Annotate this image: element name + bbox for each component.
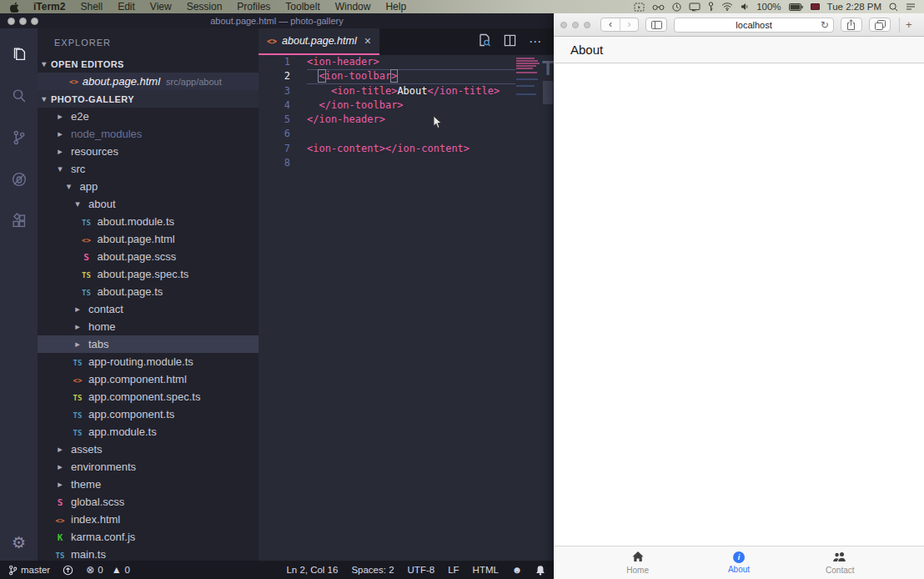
menu-help[interactable]: Help	[378, 0, 414, 13]
zoom-window-button[interactable]	[31, 18, 38, 25]
code-line-6[interactable]: 6	[259, 127, 554, 141]
code-line-1[interactable]: 1<ion-header>	[259, 55, 554, 69]
git-branch-indicator[interactable]: master	[8, 565, 50, 576]
glasses-icon[interactable]	[652, 3, 665, 11]
vscode-title-bar[interactable]: about.page.html — photo-gallery	[0, 13, 554, 28]
explorer-icon[interactable]	[0, 33, 38, 75]
close-window-button[interactable]	[8, 18, 15, 25]
apple-menu-icon[interactable]	[5, 2, 26, 13]
wifi-icon[interactable]	[721, 3, 733, 11]
notifications-bell-icon[interactable]	[535, 565, 545, 576]
sidebar-toggle-button[interactable]	[645, 18, 667, 32]
menu-toolbelt[interactable]: Toolbelt	[278, 0, 327, 13]
menu-bar-clock[interactable]: Tue 2:28 PM	[827, 2, 881, 12]
eol-indicator[interactable]: LF	[448, 565, 459, 575]
key-icon[interactable]	[708, 2, 714, 12]
minimize-window-button[interactable]	[572, 22, 579, 28]
menu-profiles[interactable]: Profiles	[229, 0, 278, 13]
indentation-indicator[interactable]: Spaces: 2	[351, 565, 394, 575]
split-editor-icon[interactable]	[504, 34, 516, 50]
tab-about-page-html[interactable]: <> about.page.html ×	[259, 28, 379, 55]
tree-item-about-page-ts[interactable]: TSabout.page.ts	[38, 283, 259, 300]
tree-item-tabs[interactable]: ▸tabs	[38, 335, 259, 353]
share-button[interactable]	[841, 18, 862, 32]
app-tab-about[interactable]: iAbout	[688, 551, 789, 574]
tree-item-app-component-spec-ts[interactable]: TSapp.component.spec.ts	[38, 388, 259, 405]
encoding-indicator[interactable]: UTF-8	[408, 565, 435, 575]
tree-item-about[interactable]: ▾about	[38, 195, 259, 213]
address-bar[interactable]: localhost ↻	[674, 18, 833, 33]
minimize-window-button[interactable]	[19, 18, 27, 25]
tree-item-assets[interactable]: ▸assets	[38, 441, 259, 458]
search-icon[interactable]	[0, 75, 38, 117]
back-button[interactable]: ‹	[601, 18, 620, 31]
tree-item-karma-conf-js[interactable]: Kkarma.conf.js	[38, 528, 259, 546]
open-editor-item[interactable]: <> about.page.html src/app/about	[38, 73, 259, 90]
clock-icon[interactable]	[672, 3, 681, 12]
tree-item-about-page-spec-ts[interactable]: TSabout.page.spec.ts	[38, 265, 259, 283]
tree-item-global-scss[interactable]: Sglobal.scss	[38, 493, 259, 511]
app-tab-contact[interactable]: Contact	[790, 551, 891, 575]
code-editor[interactable]: 1<ion-header>2 <ion-toolbar>3 <ion-title…	[259, 55, 554, 561]
language-mode-indicator[interactable]: HTML	[473, 565, 499, 575]
tree-item-home[interactable]: ▸home	[38, 318, 259, 335]
code-line-7[interactable]: 7<ion-content></ion-content>	[259, 142, 554, 156]
new-tab-button[interactable]: +	[899, 18, 917, 33]
tree-item-node-modules[interactable]: ▸node_modules	[38, 125, 259, 143]
battery-icon[interactable]	[789, 3, 803, 11]
tree-item-index-html[interactable]: <>index.html	[38, 511, 259, 528]
extensions-icon[interactable]	[0, 200, 38, 242]
code-line-8[interactable]: 8	[259, 156, 554, 170]
tab-close-icon[interactable]: ×	[364, 35, 371, 47]
tree-item-resources[interactable]: ▸resources	[38, 143, 259, 160]
more-actions-icon[interactable]: ⋯	[529, 34, 542, 49]
menu-edit[interactable]: Edit	[110, 0, 143, 13]
volume-icon[interactable]	[741, 3, 749, 11]
tree-item-app[interactable]: ▾app	[38, 178, 259, 195]
code-line-2[interactable]: 2 <ion-toolbar>	[259, 69, 554, 83]
tree-item-contact[interactable]: ▸contact	[38, 300, 259, 318]
tree-item-environments[interactable]: ▸environments	[38, 458, 259, 476]
tree-item-e2e[interactable]: ▸e2e	[38, 108, 259, 125]
tree-item-app-routing-module-ts[interactable]: TSapp-routing.module.ts	[38, 353, 259, 370]
code-line-3[interactable]: 3 <ion-title>About</ion-title>	[259, 84, 554, 98]
find-in-file-icon[interactable]	[478, 33, 491, 50]
project-section-header[interactable]: ▾ PHOTO-GALLERY	[38, 90, 259, 108]
tree-item-theme[interactable]: ▸theme	[38, 476, 259, 493]
code-line-4[interactable]: 4 </ion-toolbar>	[259, 98, 554, 113]
open-editors-section-header[interactable]: ▾ OPEN EDITORS	[38, 55, 259, 73]
menu-window[interactable]: Window	[328, 0, 379, 13]
reload-icon[interactable]: ↻	[821, 21, 829, 29]
cursor-position-indicator[interactable]: Ln 2, Col 16	[286, 565, 338, 575]
tree-item-about-module-ts[interactable]: TSabout.module.ts	[38, 213, 259, 230]
menu-session[interactable]: Session	[179, 0, 230, 13]
zoom-window-button[interactable]	[584, 22, 590, 28]
sync-icon[interactable]	[63, 565, 73, 576]
show-tabs-button[interactable]	[869, 18, 891, 32]
forward-button[interactable]: ›	[620, 18, 638, 31]
tree-item-about-page-scss[interactable]: Sabout.page.scss	[38, 248, 259, 265]
close-window-button[interactable]	[560, 22, 567, 28]
settings-gear-icon[interactable]: ⚙	[0, 533, 38, 552]
source-control-icon[interactable]	[0, 117, 38, 159]
display-icon[interactable]	[689, 3, 701, 12]
menu-view[interactable]: View	[143, 0, 179, 13]
menu-shell[interactable]: Shell	[73, 0, 110, 13]
menu-iterm2[interactable]: iTerm2	[26, 0, 73, 13]
debug-icon[interactable]	[0, 159, 38, 200]
app-tab-home[interactable]: Home	[587, 551, 688, 575]
tree-item-app-component-ts[interactable]: TSapp.component.ts	[38, 405, 259, 423]
feedback-smiley-icon[interactable]: ☻	[512, 565, 522, 575]
tree-item-about-page-html[interactable]: <>about.page.html	[38, 230, 259, 248]
tree-item-app-module-ts[interactable]: TSapp.module.ts	[38, 423, 259, 441]
spotlight-icon[interactable]	[889, 3, 898, 12]
errors-indicator[interactable]: ⊗ 0 ▲ 0	[86, 564, 130, 576]
tree-item-main-ts[interactable]: TSmain.ts	[38, 546, 259, 561]
code-line-5[interactable]: 5</ion-header>	[259, 113, 554, 127]
screenshot-icon[interactable]	[634, 3, 645, 12]
notification-center-icon[interactable]	[906, 3, 916, 11]
tree-item-src[interactable]: ▾src	[38, 160, 259, 178]
minimap[interactable]	[516, 58, 541, 96]
tree-item-app-component-html[interactable]: <>app.component.html	[38, 370, 259, 388]
input-source-flag-icon[interactable]	[811, 3, 820, 10]
